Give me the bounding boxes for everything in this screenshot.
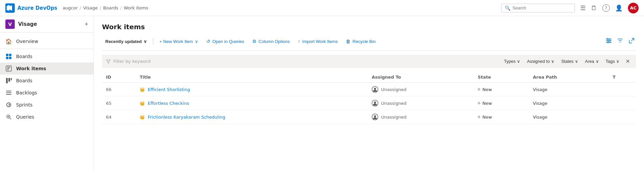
project-name: Visage — [18, 21, 37, 27]
open-in-queries-label: Open in Queries — [212, 39, 244, 44]
work-item-title-text[interactable]: Efficient Shorlisting — [148, 87, 190, 92]
filter-bar: Filter by keyword Types ∨ Assigned to ∨ … — [102, 55, 636, 68]
row-title[interactable]: 👑 Effortless Checkins — [136, 96, 368, 110]
svg-rect-10 — [8, 78, 10, 82]
import-work-items-label: Import Work Items — [302, 39, 338, 44]
filter-chip-tags-label: Tags — [606, 59, 615, 64]
recycle-bin-button[interactable]: 🗑 Recycle Bin — [342, 37, 379, 46]
assigned-person-icon — [372, 114, 378, 120]
work-item-title-text[interactable]: Effortless Checkins — [148, 101, 189, 106]
filter-input-area[interactable]: Filter by keyword — [106, 59, 499, 64]
work-item-type-icon: 👑 — [140, 87, 145, 92]
list-icon[interactable]: ☰ — [580, 4, 586, 11]
clipboard-icon[interactable]: 🗒 — [591, 4, 597, 11]
row-t — [609, 83, 636, 96]
add-project-button[interactable]: + — [85, 21, 88, 28]
svg-point-23 — [609, 40, 610, 41]
overview-icon: 🏠 — [5, 38, 12, 45]
svg-rect-12 — [6, 91, 11, 91]
filter-icon-button[interactable] — [616, 36, 625, 46]
work-item-type-icon: 👑 — [140, 115, 145, 120]
sidebar-item-sprints[interactable]: Sprints — [0, 99, 94, 111]
filter-chip-types-chevron: ∨ — [517, 59, 520, 64]
row-state: New — [474, 96, 529, 110]
svg-point-22 — [607, 38, 608, 40]
filter-chip-types-label: Types — [504, 59, 516, 64]
assigned-to-value: Unassigned — [381, 87, 407, 92]
main-content: Work items Recently updated ∨ + New Work… — [94, 16, 644, 171]
breadcrumb-item-workitems[interactable]: Work items — [124, 5, 148, 10]
search-icon: 🔍 — [505, 5, 511, 11]
breadcrumb-item-boards[interactable]: Boards — [103, 5, 118, 10]
table-header-row: ID Title Assigned To State Area Path T — [102, 72, 636, 83]
azure-devops-icon — [5, 3, 15, 13]
sidebar: V Visage + 🏠 Overview B — [0, 16, 94, 171]
filter-funnel-icon — [106, 59, 111, 64]
sidebar-project[interactable]: V Visage — [5, 19, 37, 29]
column-options-label: Column Options — [259, 39, 290, 44]
filter-chip-area[interactable]: Area ∨ — [582, 57, 601, 65]
row-assigned-to: Unassigned — [368, 110, 474, 124]
sidebar-item-backlogs[interactable]: Backlogs — [0, 87, 94, 99]
help-icon[interactable]: ? — [602, 4, 610, 12]
person-icon[interactable]: 👤 — [615, 4, 623, 11]
sidebar-item-boards-label: Boards — [16, 78, 32, 83]
new-work-item-button[interactable]: + New Work Item ∨ — [156, 37, 202, 46]
svg-rect-4 — [9, 57, 11, 59]
sidebar-item-overview[interactable]: 🏠 Overview — [0, 35, 94, 47]
recycle-icon: 🗑 — [346, 39, 351, 44]
breadcrumb-item-visage[interactable]: Visage — [83, 5, 98, 10]
sidebar-header: V Visage + — [0, 16, 94, 33]
table-row: 65 👑 Effortless Checkins Unassigned New — [102, 96, 636, 110]
svg-rect-9 — [6, 78, 8, 83]
open-queries-icon: ↺ — [206, 39, 210, 44]
import-work-items-button[interactable]: ↑ Import Work Items — [294, 37, 341, 46]
filter-placeholder: Filter by keyword — [113, 59, 151, 64]
sidebar-item-overview-label: Overview — [16, 39, 38, 44]
breadcrumb: augcor / Visage / Boards / Work items — [63, 5, 148, 10]
svg-line-16 — [10, 118, 11, 119]
column-options-button[interactable]: ⚙ Column Options — [249, 37, 293, 46]
search-box[interactable]: 🔍 — [501, 4, 575, 12]
breadcrumb-sep-1: / — [80, 5, 81, 10]
svg-rect-13 — [6, 92, 11, 93]
sidebar-item-boards[interactable]: Boards — [0, 75, 94, 87]
svg-rect-2 — [9, 54, 11, 56]
toolbar-right — [604, 36, 636, 46]
filter-chip-states[interactable]: States ∨ — [558, 57, 581, 65]
svg-point-26 — [374, 88, 376, 90]
filter-chip-tags[interactable]: Tags ∨ — [603, 57, 622, 65]
breadcrumb-item-augcor[interactable]: augcor — [63, 5, 78, 10]
sidebar-item-queries-label: Queries — [16, 114, 34, 120]
state-value: New — [482, 115, 492, 120]
row-id: 66 — [102, 83, 136, 96]
sidebar-item-backlogs-label: Backlogs — [16, 90, 37, 95]
svg-rect-1 — [6, 54, 8, 56]
filter-chip-types[interactable]: Types ∨ — [501, 57, 523, 65]
brand[interactable]: Azure DevOps — [5, 3, 57, 13]
assigned-to-value: Unassigned — [381, 115, 407, 120]
row-title[interactable]: 👑 Efficient Shorlisting — [136, 83, 368, 96]
sidebar-item-boards-header[interactable]: Boards — [0, 50, 94, 62]
sidebar-item-work-items[interactable]: Work items — [0, 62, 94, 75]
settings-icon-button[interactable] — [604, 36, 613, 46]
filter-chip-states-label: States — [561, 59, 574, 64]
filter-close-button[interactable]: ✕ — [624, 57, 632, 65]
expand-icon-button[interactable] — [627, 36, 636, 46]
breadcrumb-sep-2: / — [100, 5, 101, 10]
recently-updated-button[interactable]: Recently updated ∨ — [102, 37, 150, 46]
open-in-queries-button[interactable]: ↺ Open in Queries — [203, 37, 248, 46]
user-avatar[interactable]: AC — [628, 3, 639, 13]
filter-chip-assigned-to[interactable]: Assigned to ∨ — [524, 57, 557, 65]
brand-name: Azure DevOps — [17, 5, 57, 11]
recently-updated-chevron: ∨ — [144, 39, 147, 44]
col-header-title: Title — [136, 72, 368, 83]
table-row: 66 👑 Efficient Shorlisting Unassigned Ne… — [102, 83, 636, 96]
search-input[interactable] — [513, 5, 571, 10]
work-item-type-icon: 👑 — [140, 101, 145, 106]
col-header-assigned-to: Assigned To — [368, 72, 474, 83]
boards-icon — [5, 77, 12, 84]
sidebar-item-queries[interactable]: Queries — [0, 111, 94, 123]
row-title[interactable]: 👑 Frictionless Karyakaram Scheduling — [136, 110, 368, 124]
work-item-title-text[interactable]: Frictionless Karyakaram Scheduling — [148, 115, 225, 120]
